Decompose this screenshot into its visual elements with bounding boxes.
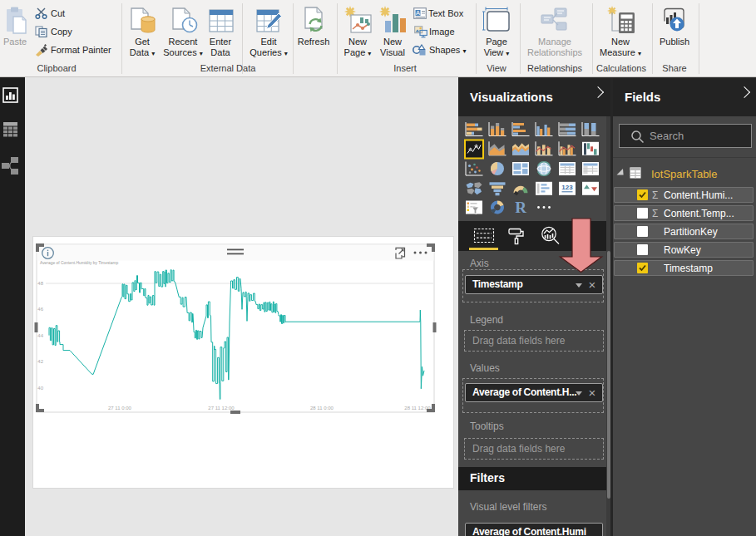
- svg-text:R: R: [515, 199, 526, 216]
- svg-text:123: 123: [561, 184, 573, 191]
- svg-text:A: A: [416, 9, 420, 17]
